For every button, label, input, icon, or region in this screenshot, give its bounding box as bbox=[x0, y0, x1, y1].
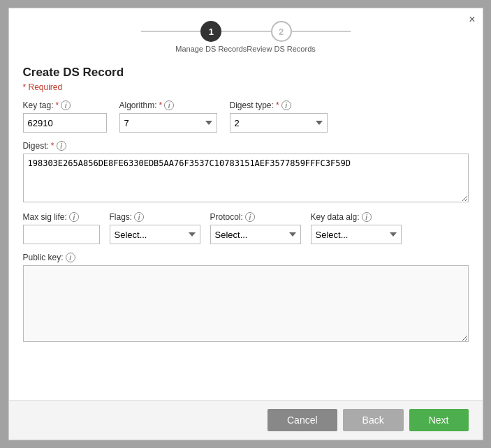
protocol-label: Protocol: i bbox=[210, 212, 301, 222]
max-sig-life-group: Max sig life: i bbox=[23, 212, 100, 244]
key-tag-info-icon[interactable]: i bbox=[61, 100, 71, 110]
digest-type-info-icon[interactable]: i bbox=[281, 100, 291, 110]
flags-info-icon[interactable]: i bbox=[134, 212, 144, 222]
create-ds-record-modal: × 1 Manage DS Records 2 Review DS Record… bbox=[8, 8, 483, 440]
step1-circle: 1 bbox=[200, 21, 221, 42]
public-key-info-icon[interactable]: i bbox=[66, 253, 75, 262]
protocol-select[interactable]: Select... bbox=[210, 225, 301, 244]
digest-type-select[interactable]: 2 bbox=[230, 113, 328, 133]
algorithm-info-icon[interactable]: i bbox=[164, 100, 174, 110]
modal-footer: Cancel Back Next bbox=[9, 400, 483, 440]
stepper-step1: 1 Manage DS Records bbox=[175, 21, 247, 53]
public-key-label: Public key: i bbox=[23, 253, 469, 262]
protocol-group: Protocol: i Select... bbox=[210, 212, 301, 244]
protocol-info-icon[interactable]: i bbox=[245, 212, 255, 222]
algorithm-group: Algorithm: * i 7 bbox=[119, 100, 217, 133]
digest-type-group: Digest type: * i 2 bbox=[230, 100, 328, 133]
max-sig-life-label: Max sig life: i bbox=[23, 212, 100, 222]
fields-row-2: Max sig life: i Flags: i Select... bbox=[23, 212, 469, 244]
step2-label: Review DS Records bbox=[247, 45, 315, 53]
key-data-alg-group: Key data alg: i Select... bbox=[311, 212, 402, 244]
stepper: 1 Manage DS Records 2 Review DS Records bbox=[9, 8, 483, 59]
digest-type-label: Digest type: * i bbox=[230, 100, 328, 110]
key-data-alg-select[interactable]: Select... bbox=[311, 225, 402, 244]
flags-label: Flags: i bbox=[110, 212, 200, 222]
modal-body: Create DS Record * Required Key tag: * i… bbox=[9, 59, 483, 400]
digest-textarea[interactable]: 198303E265A856DE8FE6330EDB5AA76F3537C107… bbox=[23, 154, 469, 202]
flags-group: Flags: i Select... bbox=[110, 212, 200, 244]
algorithm-label: Algorithm: * i bbox=[119, 100, 217, 110]
key-tag-group: Key tag: * i bbox=[23, 100, 107, 133]
max-sig-life-input[interactable] bbox=[23, 225, 100, 244]
fields-row-1: Key tag: * i Algorithm: * i 7 bbox=[23, 100, 469, 133]
section-title: Create DS Record bbox=[23, 66, 469, 80]
key-data-alg-label: Key data alg: i bbox=[311, 212, 402, 222]
digest-label: Digest: * i bbox=[23, 141, 469, 151]
digest-group: Digest: * i 198303E265A856DE8FE6330EDB5A… bbox=[23, 141, 469, 202]
next-button[interactable]: Next bbox=[409, 409, 469, 431]
back-button[interactable]: Back bbox=[343, 409, 404, 431]
key-tag-label: Key tag: * i bbox=[23, 100, 107, 110]
required-note: * Required bbox=[23, 82, 469, 92]
max-sig-life-info-icon[interactable]: i bbox=[69, 212, 79, 222]
step2-circle: 2 bbox=[271, 21, 292, 42]
digest-info-icon[interactable]: i bbox=[57, 141, 66, 151]
stepper-step2: 2 Review DS Records bbox=[247, 21, 315, 53]
key-tag-input[interactable] bbox=[23, 113, 107, 133]
flags-select[interactable]: Select... bbox=[110, 225, 200, 244]
step1-label: Manage DS Records bbox=[175, 45, 247, 53]
key-data-alg-info-icon[interactable]: i bbox=[362, 212, 372, 222]
public-key-group: Public key: i bbox=[23, 253, 469, 342]
algorithm-select[interactable]: 7 bbox=[119, 113, 217, 133]
cancel-button[interactable]: Cancel bbox=[268, 409, 337, 431]
public-key-textarea[interactable] bbox=[23, 265, 469, 342]
